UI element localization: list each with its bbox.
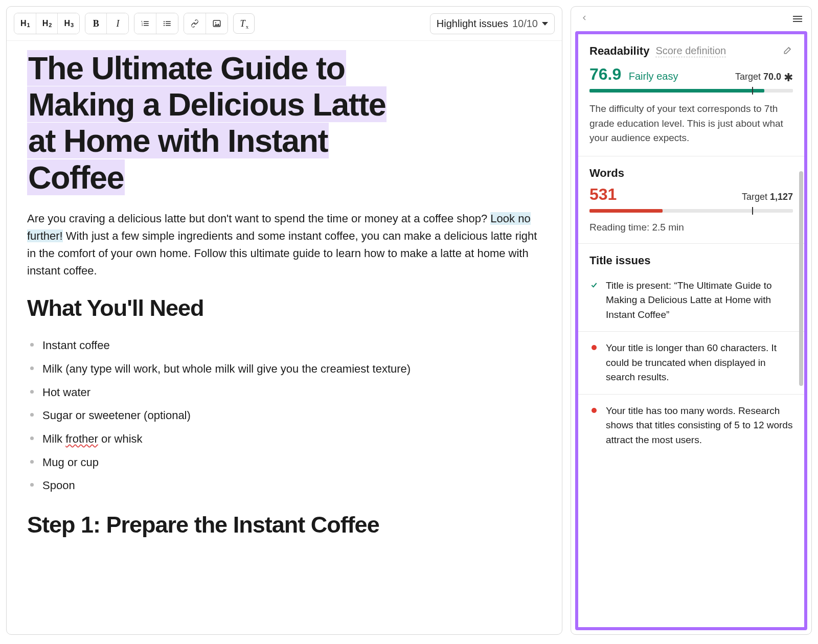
sidebar-top-bar: [571, 7, 811, 29]
ordered-list-icon: [141, 19, 150, 28]
list-item[interactable]: Spoon: [30, 474, 541, 497]
words-bar: [589, 209, 793, 213]
h1-button[interactable]: H1: [14, 13, 36, 34]
error-dot-icon: [592, 345, 597, 350]
highlight-issues-count: 10/10: [512, 18, 538, 30]
h3-button[interactable]: H3: [58, 13, 79, 34]
words-section: Words 531 Target 1,127 Reading time: 2.5…: [578, 156, 804, 244]
check-icon: [589, 281, 599, 290]
editor-pane: H1 H2 H3 B I T Highlight issues: [6, 6, 562, 635]
reading-time: Reading time: 2.5 min: [589, 222, 793, 233]
svg-point-7: [215, 22, 216, 23]
unordered-list-button[interactable]: [156, 13, 178, 34]
svg-point-2: [164, 25, 165, 26]
readability-score: 76.9: [589, 65, 621, 83]
svg-rect-4: [166, 23, 171, 24]
readability-target: Target 70.0 ✱: [735, 70, 793, 83]
issue-item-ok: Title is present: “The Ultimate Guide to…: [578, 269, 804, 332]
ordered-list-button[interactable]: [134, 13, 156, 34]
hamburger-icon[interactable]: [793, 16, 802, 22]
title-issues-heading: Title issues: [578, 244, 804, 269]
svg-rect-3: [166, 21, 171, 22]
editor-toolbar: H1 H2 H3 B I T Highlight issues: [7, 7, 562, 41]
image-icon: [212, 19, 221, 28]
list-item[interactable]: Milk (any type will work, but whole milk…: [30, 357, 541, 381]
word-count: 531: [589, 185, 617, 204]
words-bar-fill: [589, 209, 663, 213]
heading-what-youll-need[interactable]: What You'll Need: [27, 295, 541, 321]
list-item[interactable]: Instant coffee: [30, 334, 541, 357]
readability-bar: [589, 89, 793, 93]
page-title[interactable]: The Ultimate Guide to Making a Delicious…: [27, 50, 541, 196]
issue-item-warning: Your title is longer than 60 characters.…: [578, 332, 804, 395]
words-heading: Words: [589, 167, 624, 180]
highlight-issues-dropdown[interactable]: Highlight issues 10/10: [430, 13, 555, 34]
list-item[interactable]: Milk frother or whisk: [30, 427, 541, 451]
h2-button[interactable]: H2: [36, 13, 58, 34]
svg-point-0: [164, 21, 165, 22]
sidebar-panel: Readability Score definition 76.9 Fairly…: [571, 6, 812, 635]
chevron-down-icon: [542, 22, 548, 26]
heading-step-1[interactable]: Step 1: Prepare the Instant Coffee: [27, 512, 541, 538]
heading-group: H1 H2 H3: [14, 13, 80, 34]
clear-format-button[interactable]: T: [233, 13, 255, 34]
link-button[interactable]: [184, 13, 206, 34]
readability-description: The difficulty of your text corresponds …: [589, 102, 793, 146]
title-issues-list: Title is present: “The Ultimate Guide to…: [578, 269, 804, 457]
analysis-panel: Readability Score definition 76.9 Fairly…: [575, 31, 807, 630]
error-dot-icon: [592, 408, 597, 413]
format-group: B I: [85, 13, 129, 34]
scrollbar-track[interactable]: [799, 36, 803, 625]
score-definition-link[interactable]: Score definition: [655, 45, 726, 57]
readability-rating: Fairly easy: [629, 71, 678, 82]
bold-button[interactable]: B: [85, 13, 107, 34]
intro-paragraph[interactable]: Are you craving a delicious latte but do…: [27, 210, 541, 280]
back-icon[interactable]: [580, 14, 588, 24]
document-body[interactable]: The Ultimate Guide to Making a Delicious…: [7, 41, 562, 566]
readability-bar-tick: [752, 87, 753, 95]
link-icon: [190, 19, 199, 28]
issue-item-warning: Your title has too many words. Research …: [578, 395, 804, 457]
list-item[interactable]: Hot water: [30, 381, 541, 404]
words-bar-tick: [752, 207, 753, 215]
svg-rect-5: [166, 25, 171, 26]
highlight-issues-label: Highlight issues: [437, 18, 508, 30]
scrollbar-thumb[interactable]: [799, 171, 803, 386]
list-item[interactable]: Sugar or sweetener (optional): [30, 404, 541, 427]
italic-button[interactable]: I: [107, 13, 128, 34]
list-group: [134, 13, 178, 34]
svg-point-1: [164, 23, 165, 24]
list-item[interactable]: Mug or cup: [30, 451, 541, 474]
unordered-list-icon: [163, 19, 172, 28]
readability-section: Readability Score definition 76.9 Fairly…: [578, 34, 804, 156]
words-target: Target 1,127: [742, 192, 793, 202]
readability-bar-fill: [589, 89, 764, 93]
image-button[interactable]: [206, 13, 228, 34]
readability-heading: Readability: [589, 44, 649, 58]
title-issues-section: Title issues Title is present: “The Ulti…: [578, 244, 804, 457]
edit-icon[interactable]: [783, 45, 793, 57]
insert-group: [184, 13, 228, 34]
ingredients-list[interactable]: Instant coffee Milk (any type will work,…: [27, 334, 541, 497]
